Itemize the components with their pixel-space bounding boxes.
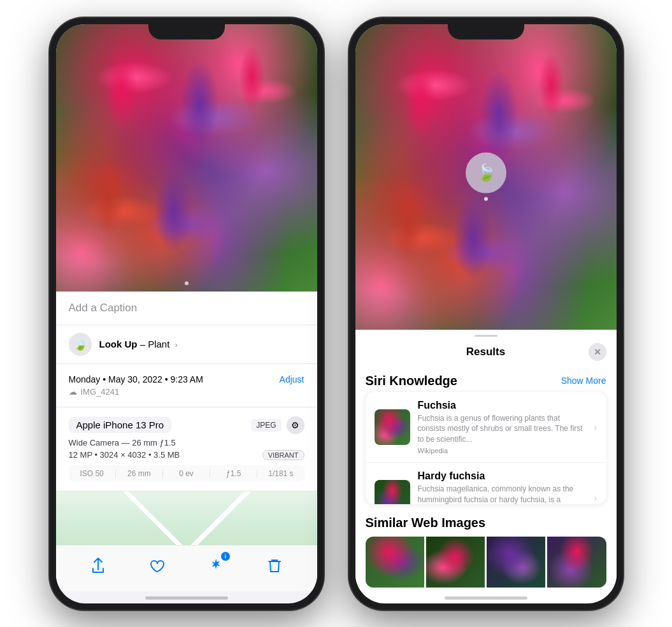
fuchsia-desc: Fuchsia is a genus of flowering plants t… xyxy=(418,413,587,445)
sheet-title: Results xyxy=(383,346,589,358)
hardy-desc: Fuchsia magellanica, commonly known as t… xyxy=(418,484,587,504)
hardy-name: Hardy fuchsia xyxy=(418,470,587,482)
trash-icon xyxy=(267,558,282,574)
fuchsia-thumb xyxy=(375,409,410,445)
siri-leaf-icon: 🍃 xyxy=(476,163,496,183)
lookup-separator: – xyxy=(140,339,148,349)
siri-visual-button[interactable]: 🍃 xyxy=(466,152,506,193)
caption-placeholder[interactable]: Add a Caption xyxy=(69,302,138,314)
home-indicator-right xyxy=(445,596,527,600)
info-badge: i xyxy=(221,552,230,561)
exif-aperture: ƒ1.5 xyxy=(210,469,257,478)
siri-knowledge-header: Siri Knowledge Show More xyxy=(355,367,617,392)
sheet-header: Results ✕ xyxy=(355,337,617,367)
lookup-icon: 🍃 xyxy=(69,333,92,356)
adjust-button[interactable]: Adjust xyxy=(280,374,304,384)
exif-shutter: 1/181 s xyxy=(257,469,304,478)
filename-label: IMG_4241 xyxy=(81,387,120,397)
close-icon: ✕ xyxy=(594,347,601,357)
exif-ev: 0 ev xyxy=(163,469,210,478)
similar-image-3[interactable] xyxy=(487,537,545,588)
format-badge: JPEG xyxy=(251,419,281,432)
close-button[interactable]: ✕ xyxy=(589,343,606,361)
heart-icon xyxy=(148,558,165,574)
gear-icon: ⚙ xyxy=(291,420,299,430)
favorite-button[interactable] xyxy=(144,553,169,579)
similar-web-images-section: Similar Web Images xyxy=(355,509,617,591)
caption-area[interactable]: Add a Caption xyxy=(56,292,317,325)
map-preview[interactable] xyxy=(56,491,317,545)
exif-focal: 26 mm xyxy=(116,469,163,478)
show-more-button[interactable]: Show More xyxy=(561,376,606,386)
camera-section: Apple iPhone 13 Pro JPEG ⚙ Wide Camera —… xyxy=(56,407,317,491)
camera-spec2: 12 MP • 3024 × 4032 • 3.5 MB xyxy=(69,450,180,460)
similar-image-4[interactable] xyxy=(547,537,606,588)
photo-date: Monday • May 30, 2022 • 9:23 AM xyxy=(69,374,203,384)
siri-knowledge-card: Fuchsia Fuchsia is a genus of flowering … xyxy=(366,392,606,504)
page-indicator xyxy=(185,281,189,285)
vibrant-badge: VIBRANT xyxy=(262,450,304,460)
sparkle-icon xyxy=(208,558,224,574)
similar-image-1[interactable] xyxy=(366,537,424,588)
fuchsia-source: Wikipedia xyxy=(418,447,587,454)
result-item-hardy[interactable]: Hardy fuchsia Fuchsia magellanica, commo… xyxy=(366,463,606,504)
fuchsia-name: Fuchsia xyxy=(418,400,587,411)
left-phone: Add a Caption 🍃 Look Up – Plant › Monday… xyxy=(50,18,324,610)
home-indicator xyxy=(145,596,228,600)
info-button[interactable]: i xyxy=(203,553,229,579)
siri-dot xyxy=(484,197,488,201)
hardy-chevron-icon: › xyxy=(594,493,597,503)
fuchsia-info: Fuchsia Fuchsia is a genus of flowering … xyxy=(418,400,587,454)
fuchsia-chevron-icon: › xyxy=(594,422,597,432)
photo-display-right[interactable]: 🍃 xyxy=(355,24,617,330)
siri-knowledge-title: Siri Knowledge xyxy=(366,374,457,388)
leaf-icon: 🍃 xyxy=(73,337,87,351)
lookup-label: Look Up – Plant › xyxy=(99,339,178,349)
camera-spec1: Wide Camera — 26 mm ƒ1.5 xyxy=(69,438,304,447)
camera-name: Apple iPhone 13 Pro xyxy=(69,417,172,433)
cloud-icon: ☁ xyxy=(69,387,77,397)
similar-images-grid[interactable] xyxy=(366,537,606,588)
photo-display[interactable] xyxy=(56,24,317,292)
delete-button[interactable] xyxy=(262,553,287,579)
hardy-info: Hardy fuchsia Fuchsia magellanica, commo… xyxy=(418,470,587,504)
result-item-fuchsia[interactable]: Fuchsia Fuchsia is a genus of flowering … xyxy=(366,392,606,463)
similar-title: Similar Web Images xyxy=(366,516,606,530)
camera-settings-icon[interactable]: ⚙ xyxy=(287,416,304,434)
meta-section: Monday • May 30, 2022 • 9:23 AM Adjust ☁… xyxy=(56,364,317,407)
info-section: Add a Caption 🍃 Look Up – Plant › Monday… xyxy=(56,292,317,545)
bottom-toolbar: i xyxy=(56,545,317,591)
results-sheet: Results ✕ Siri Knowledge Show More Fuchs… xyxy=(355,330,617,591)
right-phone: 🍃 Results ✕ Siri Knowledge Show More xyxy=(349,18,623,610)
exif-row: ISO 50 26 mm 0 ev ƒ1.5 1/181 s xyxy=(69,465,304,482)
lookup-row[interactable]: 🍃 Look Up – Plant › xyxy=(56,325,317,364)
share-button[interactable] xyxy=(85,553,111,579)
share-icon xyxy=(90,557,106,575)
exif-iso: ISO 50 xyxy=(69,469,116,478)
lookup-chevron-icon: › xyxy=(175,340,178,349)
hardy-thumb xyxy=(375,480,410,504)
similar-image-2[interactable] xyxy=(426,537,485,588)
